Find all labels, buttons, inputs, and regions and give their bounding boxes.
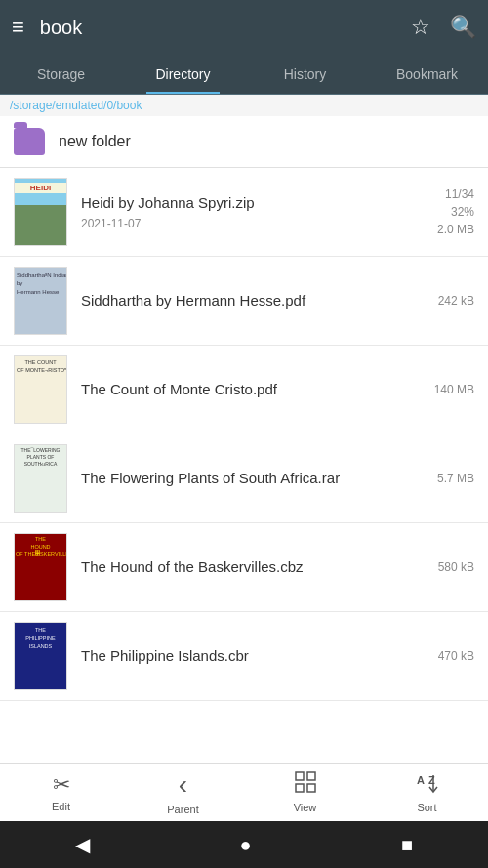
svg-rect-2: [296, 784, 304, 792]
file-thumbnail: [14, 267, 67, 335]
nav-view[interactable]: View: [244, 771, 366, 813]
folder-icon: [14, 128, 45, 155]
tab-history[interactable]: History: [244, 55, 366, 94]
file-list: Heidi by Johanna Spyri.zip 2021-11-07 11…: [0, 168, 488, 763]
file-name: The Flowering Plants of South Africa.rar: [81, 469, 437, 488]
file-name: Siddhartha by Hermann Hesse.pdf: [81, 291, 438, 310]
nav-view-label: View: [294, 802, 317, 813]
nav-sort[interactable]: A Z Sort: [366, 771, 488, 813]
tab-bar: Storage Directory History Bookmark: [0, 55, 488, 95]
file-meta: 11/34 32% 2.0 MB: [437, 186, 474, 238]
file-info: The Count of Monte Cristo.pdf: [81, 380, 434, 399]
tab-storage[interactable]: Storage: [0, 55, 122, 94]
new-folder-item[interactable]: new folder: [0, 116, 488, 168]
svg-rect-3: [307, 784, 315, 792]
file-thumbnail: [14, 533, 67, 601]
nav-parent-label: Parent: [167, 804, 198, 815]
file-info: Siddhartha by Hermann Hesse.pdf: [81, 291, 438, 310]
top-bar: ≡ book ☆ 🔍: [0, 0, 488, 55]
view-icon: [295, 771, 316, 799]
new-folder-label: new folder: [59, 133, 131, 150]
nav-sort-label: Sort: [417, 802, 436, 813]
file-info: The Philippine Islands.cbr: [81, 646, 438, 666]
list-item[interactable]: Heidi by Johanna Spyri.zip 2021-11-07 11…: [0, 168, 488, 257]
file-meta: 470 kB: [438, 647, 474, 665]
top-bar-actions: ☆ 🔍: [411, 15, 476, 40]
parent-icon: ‹: [179, 769, 187, 801]
file-thumbnail: [14, 355, 67, 424]
file-name: The Philippine Islands.cbr: [81, 646, 438, 666]
list-item[interactable]: Siddhartha by Hermann Hesse.pdf 242 kB: [0, 257, 488, 346]
list-item[interactable]: The Flowering Plants of South Africa.rar…: [0, 434, 488, 523]
file-meta: 580 kB: [438, 558, 474, 576]
menu-icon[interactable]: ≡: [12, 15, 24, 40]
list-item[interactable]: The Count of Monte Cristo.pdf 140 MB: [0, 346, 488, 434]
file-info: Heidi by Johanna Spyri.zip 2021-11-07: [81, 193, 437, 230]
list-item[interactable]: The Philippine Islands.cbr 470 kB: [0, 612, 488, 701]
home-button[interactable]: ●: [239, 834, 251, 856]
nav-parent[interactable]: ‹ Parent: [122, 769, 244, 815]
file-date: 2021-11-07: [81, 217, 437, 230]
bottom-nav: ✂ Edit ‹ Parent View A Z Sort: [0, 763, 488, 821]
file-name: Heidi by Johanna Spyri.zip: [81, 193, 437, 213]
file-meta: 242 kB: [438, 292, 474, 310]
nav-edit[interactable]: ✂ Edit: [0, 772, 122, 812]
file-thumbnail: [14, 622, 67, 690]
file-info: The Hound of the Baskervilles.cbz: [81, 558, 438, 577]
nav-edit-label: Edit: [52, 801, 70, 812]
svg-rect-0: [296, 772, 304, 780]
search-icon[interactable]: 🔍: [450, 15, 476, 40]
file-info: The Flowering Plants of South Africa.rar: [81, 469, 437, 488]
back-button[interactable]: ◀: [75, 833, 90, 856]
file-name: The Count of Monte Cristo.pdf: [81, 380, 434, 399]
svg-text:A: A: [417, 774, 425, 786]
file-meta: 140 MB: [434, 381, 474, 398]
tab-directory[interactable]: Directory: [122, 55, 244, 94]
svg-text:Z: Z: [428, 774, 435, 786]
file-thumbnail: [14, 178, 67, 246]
recent-button[interactable]: ■: [401, 834, 413, 856]
file-meta: 5.7 MB: [437, 470, 474, 487]
system-nav-bar: ◀ ● ■: [0, 821, 488, 868]
breadcrumb[interactable]: /storage/emulated/0/book: [0, 95, 488, 116]
file-thumbnail: [14, 444, 67, 513]
star-icon[interactable]: ☆: [411, 15, 430, 40]
file-name: The Hound of the Baskervilles.cbz: [81, 558, 438, 577]
app-title: book: [40, 17, 411, 39]
tab-bookmark[interactable]: Bookmark: [366, 55, 488, 94]
sort-icon: A Z: [416, 771, 439, 799]
edit-icon: ✂: [53, 772, 70, 798]
svg-rect-1: [307, 772, 315, 780]
list-item[interactable]: The Hound of the Baskervilles.cbz 580 kB: [0, 523, 488, 612]
